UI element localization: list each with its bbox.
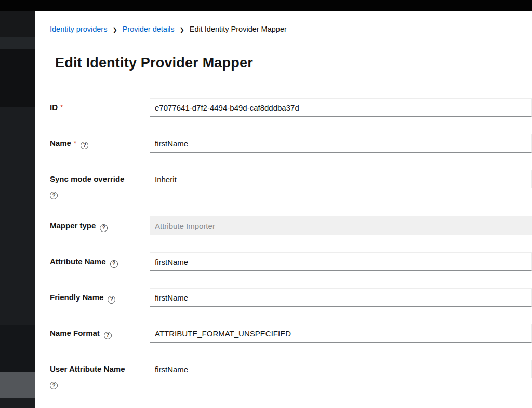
form-row-name: Name*? — [50, 134, 532, 153]
sidebar-section-bottom — [0, 398, 35, 408]
form-row-sync-mode-override: Sync mode override? — [50, 170, 532, 199]
field-input-column — [150, 134, 532, 153]
field-label: Name Format — [50, 329, 100, 337]
field-label: User Attribute Name — [50, 364, 125, 373]
required-asterisk: * — [74, 139, 76, 147]
field-label-column: Name*? — [50, 134, 150, 148]
sidebar-active-item[interactable] — [0, 372, 35, 398]
field-input-column — [150, 360, 532, 378]
chevron-right-icon: ❯ — [112, 27, 117, 33]
field-label: Friendly Name — [50, 293, 103, 302]
breadcrumb-identity-providers[interactable]: Identity providers — [50, 25, 107, 33]
form-row-friendly-name: Friendly Name? — [50, 288, 532, 307]
help-icon[interactable]: ? — [108, 296, 115, 304]
id-input[interactable] — [150, 98, 532, 117]
field-label-column: User Attribute Name? — [50, 360, 150, 389]
form-row-attribute-name: Attribute Name? — [50, 252, 532, 271]
field-label: Name — [50, 139, 71, 147]
field-label: ID — [50, 103, 58, 112]
breadcrumb: Identity providers ❯ Provider details ❯ … — [50, 25, 532, 33]
mapper-form: ID* Name*? Sync mode override? M — [50, 98, 532, 389]
masthead-bar — [0, 0, 532, 11]
chevron-right-icon: ❯ — [180, 27, 184, 33]
field-label-column: Mapper type? — [50, 216, 150, 231]
sidebar-nav — [0, 11, 35, 408]
main-content: Identity providers ❯ Provider details ❯ … — [35, 11, 532, 408]
field-input-column — [150, 170, 532, 188]
friendly-name-input[interactable] — [150, 288, 532, 307]
user-attribute-name-input[interactable] — [150, 360, 532, 378]
field-label: Mapper type — [50, 221, 96, 230]
field-input-column — [150, 98, 532, 117]
form-row-user-attribute-name: User Attribute Name? — [50, 360, 532, 389]
field-label-column: Friendly Name? — [50, 288, 150, 303]
page-title: Edit Identity Provider Mapper — [55, 55, 532, 71]
required-asterisk: * — [60, 103, 63, 112]
form-row-id: ID* — [50, 98, 532, 117]
sidebar-section-top — [0, 11, 35, 37]
help-icon[interactable]: ? — [50, 192, 58, 199]
form-row-mapper-type: Mapper type? — [50, 216, 532, 235]
sidebar-section-lower — [0, 325, 35, 372]
field-label-column: Attribute Name? — [50, 252, 150, 267]
field-label: Attribute Name — [50, 257, 106, 266]
attribute-name-input[interactable] — [150, 252, 532, 271]
breadcrumb-provider-details[interactable]: Provider details — [123, 25, 175, 33]
field-input-column — [150, 324, 532, 343]
help-icon[interactable]: ? — [100, 224, 108, 232]
field-label-column: ID* — [50, 98, 150, 113]
field-input-column — [150, 252, 532, 271]
name-input[interactable] — [150, 134, 532, 153]
sidebar-section-main — [0, 107, 35, 325]
help-icon[interactable]: ? — [81, 142, 88, 149]
field-input-column — [150, 216, 532, 235]
sidebar-section-band — [0, 37, 35, 49]
field-input-column — [150, 288, 532, 307]
help-icon[interactable]: ? — [110, 260, 118, 268]
breadcrumb-current-page: Edit Identity Provider Mapper — [190, 25, 287, 33]
name-format-input[interactable] — [150, 324, 532, 343]
sync-mode-override-input[interactable] — [150, 170, 532, 188]
help-icon[interactable]: ? — [104, 332, 112, 339]
help-icon[interactable]: ? — [50, 382, 58, 389]
mapper-type-input[interactable] — [150, 216, 532, 235]
sidebar-section-dark — [0, 49, 35, 107]
form-row-name-format: Name Format? — [50, 324, 532, 343]
field-label-column: Name Format? — [50, 324, 150, 338]
field-label-column: Sync mode override? — [50, 170, 150, 199]
field-label: Sync mode override — [50, 174, 124, 183]
